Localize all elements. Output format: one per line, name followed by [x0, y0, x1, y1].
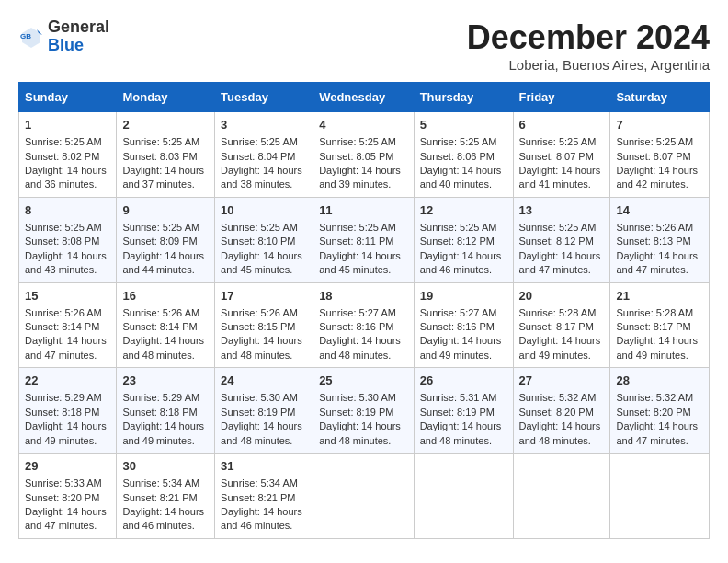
sunset-text: Sunset: 8:19 PM: [420, 407, 495, 418]
sunset-text: Sunset: 8:21 PM: [122, 492, 197, 503]
sunrise-text: Sunrise: 5:26 AM: [221, 307, 298, 318]
sunset-text: Sunset: 8:18 PM: [25, 407, 99, 418]
sunset-text: Sunset: 8:09 PM: [122, 236, 197, 247]
sunset-text: Sunset: 8:19 PM: [221, 407, 295, 418]
table-row: 13Sunrise: 5:25 AMSunset: 8:12 PMDayligh…: [513, 197, 610, 282]
day-number: 24: [221, 373, 307, 389]
daylight-text: Daylight: 14 hours and 45 minutes.: [319, 250, 401, 275]
sunset-text: Sunset: 8:14 PM: [122, 321, 197, 332]
month-title: December 2024: [467, 18, 710, 57]
sunset-text: Sunset: 8:14 PM: [25, 321, 99, 332]
table-row: 29Sunrise: 5:33 AMSunset: 8:20 PMDayligh…: [19, 454, 117, 539]
day-number: 7: [616, 117, 703, 133]
sunrise-text: Sunrise: 5:25 AM: [221, 136, 298, 147]
daylight-text: Daylight: 14 hours and 41 minutes.: [519, 165, 601, 190]
table-row: 8Sunrise: 5:25 AMSunset: 8:08 PMDaylight…: [19, 197, 117, 282]
daylight-text: Daylight: 14 hours and 48 minutes.: [420, 420, 502, 445]
sunrise-text: Sunrise: 5:25 AM: [616, 136, 693, 147]
header-friday: Friday: [513, 83, 610, 112]
sunset-text: Sunset: 8:20 PM: [519, 407, 594, 418]
table-row: 9Sunrise: 5:25 AMSunset: 8:09 PMDaylight…: [117, 197, 215, 282]
sunset-text: Sunset: 8:12 PM: [519, 236, 594, 247]
table-row: 14Sunrise: 5:26 AMSunset: 8:13 PMDayligh…: [610, 197, 710, 282]
daylight-text: Daylight: 14 hours and 37 minutes.: [122, 165, 204, 190]
daylight-text: Daylight: 14 hours and 47 minutes.: [616, 420, 698, 445]
table-row: 22Sunrise: 5:29 AMSunset: 8:18 PMDayligh…: [19, 368, 117, 454]
day-number: 2: [122, 117, 209, 133]
day-number: 11: [319, 202, 408, 219]
calendar-week-row: 22Sunrise: 5:29 AMSunset: 8:18 PMDayligh…: [19, 368, 710, 454]
day-number: 20: [519, 288, 605, 304]
table-row: 20Sunrise: 5:28 AMSunset: 8:17 PMDayligh…: [513, 282, 610, 368]
table-row: 24Sunrise: 5:30 AMSunset: 8:19 PMDayligh…: [215, 368, 313, 454]
daylight-text: Daylight: 14 hours and 49 minutes.: [122, 420, 204, 445]
sunset-text: Sunset: 8:21 PM: [221, 492, 295, 503]
header-tuesday: Tuesday: [215, 83, 313, 112]
table-row: 19Sunrise: 5:27 AMSunset: 8:16 PMDayligh…: [414, 282, 513, 368]
daylight-text: Daylight: 14 hours and 46 minutes.: [221, 506, 302, 531]
day-number: 15: [25, 288, 110, 304]
header-monday: Monday: [117, 83, 215, 112]
sunset-text: Sunset: 8:05 PM: [319, 151, 393, 162]
table-row: 6Sunrise: 5:25 AMSunset: 8:07 PMDaylight…: [513, 112, 610, 198]
table-row: [414, 454, 513, 539]
sunset-text: Sunset: 8:19 PM: [319, 407, 393, 418]
day-number: 28: [616, 373, 703, 389]
table-row: 2Sunrise: 5:25 AMSunset: 8:03 PMDaylight…: [117, 112, 215, 198]
title-block: December 2024 Loberia, Buenos Aires, Arg…: [467, 18, 710, 73]
day-number: 31: [221, 458, 307, 475]
daylight-text: Daylight: 14 hours and 46 minutes.: [420, 250, 502, 275]
table-row: 17Sunrise: 5:26 AMSunset: 8:15 PMDayligh…: [215, 282, 313, 368]
sunset-text: Sunset: 8:17 PM: [616, 321, 690, 332]
sunrise-text: Sunrise: 5:25 AM: [122, 136, 199, 147]
sunrise-text: Sunrise: 5:26 AM: [122, 307, 199, 318]
daylight-text: Daylight: 14 hours and 38 minutes.: [221, 165, 302, 190]
sunrise-text: Sunrise: 5:25 AM: [319, 136, 396, 147]
daylight-text: Daylight: 14 hours and 47 minutes.: [616, 250, 698, 275]
day-number: 21: [616, 288, 703, 304]
sunrise-text: Sunrise: 5:28 AM: [519, 307, 597, 318]
daylight-text: Daylight: 14 hours and 48 minutes.: [221, 420, 302, 445]
header-sunday: Sunday: [19, 83, 117, 112]
page-header: GB General Blue December 2024 Loberia, B…: [18, 18, 710, 73]
sunrise-text: Sunrise: 5:27 AM: [420, 307, 497, 318]
calendar-week-row: 8Sunrise: 5:25 AMSunset: 8:08 PMDaylight…: [19, 197, 710, 282]
sunrise-text: Sunrise: 5:26 AM: [616, 222, 693, 233]
daylight-text: Daylight: 14 hours and 44 minutes.: [122, 250, 204, 275]
sunrise-text: Sunrise: 5:32 AM: [616, 392, 693, 403]
daylight-text: Daylight: 14 hours and 48 minutes.: [319, 420, 401, 445]
day-number: 17: [221, 288, 307, 304]
daylight-text: Daylight: 14 hours and 39 minutes.: [319, 165, 401, 190]
sunset-text: Sunset: 8:16 PM: [420, 321, 495, 332]
daylight-text: Daylight: 14 hours and 43 minutes.: [25, 250, 107, 275]
table-row: 7Sunrise: 5:25 AMSunset: 8:07 PMDaylight…: [610, 112, 710, 198]
sunset-text: Sunset: 8:10 PM: [221, 236, 295, 247]
table-row: 28Sunrise: 5:32 AMSunset: 8:20 PMDayligh…: [610, 368, 710, 454]
day-number: 3: [221, 117, 307, 133]
daylight-text: Daylight: 14 hours and 47 minutes.: [25, 506, 107, 531]
sunset-text: Sunset: 8:20 PM: [25, 492, 99, 503]
sunrise-text: Sunrise: 5:34 AM: [122, 477, 199, 488]
calendar-week-row: 29Sunrise: 5:33 AMSunset: 8:20 PMDayligh…: [19, 454, 710, 539]
sunrise-text: Sunrise: 5:25 AM: [420, 136, 497, 147]
table-row: 4Sunrise: 5:25 AMSunset: 8:05 PMDaylight…: [313, 112, 415, 198]
day-number: 23: [122, 373, 209, 389]
daylight-text: Daylight: 14 hours and 36 minutes.: [25, 165, 107, 190]
sunset-text: Sunset: 8:02 PM: [25, 151, 99, 162]
sunset-text: Sunset: 8:07 PM: [616, 151, 690, 162]
sunrise-text: Sunrise: 5:25 AM: [420, 222, 497, 233]
day-number: 13: [519, 202, 605, 219]
daylight-text: Daylight: 14 hours and 46 minutes.: [122, 506, 204, 531]
sunrise-text: Sunrise: 5:29 AM: [25, 392, 102, 403]
daylight-text: Daylight: 14 hours and 40 minutes.: [420, 165, 502, 190]
day-number: 6: [519, 117, 605, 133]
calendar-week-row: 1Sunrise: 5:25 AMSunset: 8:02 PMDaylight…: [19, 112, 710, 198]
sunset-text: Sunset: 8:17 PM: [519, 321, 594, 332]
daylight-text: Daylight: 14 hours and 47 minutes.: [519, 250, 601, 275]
sunrise-text: Sunrise: 5:33 AM: [25, 477, 102, 488]
sunset-text: Sunset: 8:16 PM: [319, 321, 393, 332]
sunrise-text: Sunrise: 5:28 AM: [616, 307, 693, 318]
sunrise-text: Sunrise: 5:29 AM: [122, 392, 199, 403]
sunrise-text: Sunrise: 5:25 AM: [25, 222, 102, 233]
day-number: 18: [319, 288, 408, 304]
